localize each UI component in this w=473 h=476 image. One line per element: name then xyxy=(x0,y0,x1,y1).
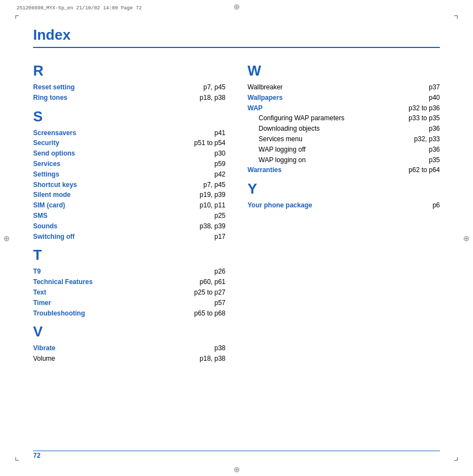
entry-page: p36 xyxy=(426,145,440,154)
entry-label: Security xyxy=(33,138,59,148)
list-item: Downloading objects p36 xyxy=(248,124,440,133)
list-item: Send options p30 xyxy=(33,149,226,158)
list-item: Sounds p38, p39 xyxy=(33,222,226,231)
section-letter-w: W xyxy=(248,62,440,79)
entry-label: SIM (card) xyxy=(33,201,65,210)
list-item: Troubleshooting p65 to p68 xyxy=(33,309,226,318)
section-letter-t: T xyxy=(33,247,226,264)
entry-label: Troubleshooting xyxy=(33,309,85,318)
index-columns: R Reset setting p7, p45 Ring tones p18, … xyxy=(33,58,440,365)
col-right: W Wallbreaker p37 Wallpapers p40 WAP p32… xyxy=(248,58,440,365)
list-item: Text p25 to p27 xyxy=(33,288,226,297)
entry-page: p25 xyxy=(211,211,225,221)
entry-page: p25 to p27 xyxy=(192,288,226,297)
entry-page: p32 to p36 xyxy=(406,104,440,113)
entry-label: Vibrate xyxy=(33,344,55,353)
entry-label: Your phone package xyxy=(248,201,312,210)
list-item: SIM (card) p10, p11 xyxy=(33,201,226,210)
entry-page: p57 xyxy=(211,298,225,308)
entry-label: Reset setting xyxy=(33,83,75,92)
section-letter-s: S xyxy=(33,108,226,125)
list-item: Volume p18, p38 xyxy=(33,354,226,363)
page-title: Index xyxy=(33,26,440,48)
list-item: Shortcut keys p7, p45 xyxy=(33,180,226,190)
list-item: Services p59 xyxy=(33,159,226,169)
col-left: R Reset setting p7, p45 Ring tones p18, … xyxy=(33,58,226,365)
list-item: Security p51 to p54 xyxy=(33,138,226,148)
list-item: Services menu p32, p33 xyxy=(248,135,440,144)
entry-page: p40 xyxy=(426,93,440,103)
list-item: Wallpapers p40 xyxy=(248,93,440,103)
list-item: Switching off p17 xyxy=(33,232,226,242)
entry-sub-label: Configuring WAP parameters xyxy=(248,114,344,123)
entry-page: p38 xyxy=(211,344,225,353)
entry-page: p18, p38 xyxy=(197,93,226,103)
list-item: Vibrate p38 xyxy=(33,344,226,353)
page-wrapper: 251206690_MYX-5p_en 21/10/02 14:00 Page … xyxy=(0,0,473,476)
entry-page: p62 to p64 xyxy=(406,165,440,175)
entry-label: SMS xyxy=(33,211,47,221)
list-item: Screensavers p41 xyxy=(33,129,226,138)
entry-sub-label: WAP logging off xyxy=(248,145,306,154)
entry-sub-label: Services menu xyxy=(248,135,302,144)
entry-page: p10, p11 xyxy=(197,201,226,210)
entry-label: Sounds xyxy=(33,222,57,231)
entry-page: p38, p39 xyxy=(197,222,226,231)
reg-mark-bottom xyxy=(233,466,241,473)
corner-mark-tl xyxy=(15,15,19,19)
content-area: Index R Reset setting p7, p45 Ring tones… xyxy=(33,26,440,446)
entry-page: p60, p61 xyxy=(197,277,226,287)
entry-page: p37 xyxy=(426,83,440,92)
list-item: WAP logging off p36 xyxy=(248,145,440,154)
list-item: WAP logging on p35 xyxy=(248,156,440,165)
page-footer: 72 xyxy=(33,452,40,459)
section-letter-v: V xyxy=(33,323,226,340)
list-item: SMS p25 xyxy=(33,211,226,221)
entry-page: p42 xyxy=(211,170,225,179)
list-item: Warranties p62 to p64 xyxy=(248,165,440,175)
print-header: 251206690_MYX-5p_en 21/10/02 14:00 Page … xyxy=(17,6,142,11)
list-item: Your phone package p6 xyxy=(248,201,440,210)
entry-page: p19, p39 xyxy=(197,190,226,200)
entry-label: Silent mode xyxy=(33,190,71,200)
corner-mark-br xyxy=(454,457,458,461)
entry-page: p51 to p54 xyxy=(192,138,226,148)
corner-mark-bl xyxy=(15,457,19,461)
list-item: WAP p32 to p36 xyxy=(248,104,440,113)
list-item: Technical Features p60, p61 xyxy=(33,277,226,287)
entry-label: Shortcut keys xyxy=(33,180,77,190)
entry-page: p7, p45 xyxy=(200,83,225,92)
entry-page: p17 xyxy=(211,232,225,242)
entry-page: p59 xyxy=(211,159,225,169)
entry-label: Timer xyxy=(33,298,51,308)
corner-mark-tr xyxy=(454,15,458,19)
entry-page: p30 xyxy=(211,149,225,158)
list-item: Timer p57 xyxy=(33,298,226,308)
list-item: T9 p26 xyxy=(33,267,226,276)
reg-mark-right xyxy=(463,234,470,242)
reg-mark-top xyxy=(233,3,241,10)
entry-label: Screensavers xyxy=(33,129,76,138)
entry-label: Volume xyxy=(33,354,55,363)
entry-label: Services xyxy=(33,159,60,169)
entry-page: p41 xyxy=(211,129,225,138)
entry-page: p35 xyxy=(426,156,440,165)
entry-label: Text xyxy=(33,288,46,297)
entry-label: Wallpapers xyxy=(248,93,283,103)
entry-label: Ring tones xyxy=(33,93,67,103)
list-item: Configuring WAP parameters p33 to p35 xyxy=(248,114,440,123)
list-item: Wallbreaker p37 xyxy=(248,83,440,92)
entry-label: T9 xyxy=(33,267,41,276)
entry-label: Send options xyxy=(33,149,75,158)
entry-label: Technical Features xyxy=(33,277,93,287)
section-letter-y: Y xyxy=(248,180,440,197)
entry-label: Switching off xyxy=(33,232,75,242)
reg-mark-left xyxy=(3,234,10,242)
entry-page: p36 xyxy=(426,124,440,133)
entry-sub-label: Downloading objects xyxy=(248,124,320,133)
section-letter-r: R xyxy=(33,62,226,79)
entry-label: Warranties xyxy=(248,165,282,175)
entry-page: p33 to p35 xyxy=(406,114,440,123)
entry-page: p6 xyxy=(430,201,440,210)
entry-page: p18, p38 xyxy=(197,354,226,363)
